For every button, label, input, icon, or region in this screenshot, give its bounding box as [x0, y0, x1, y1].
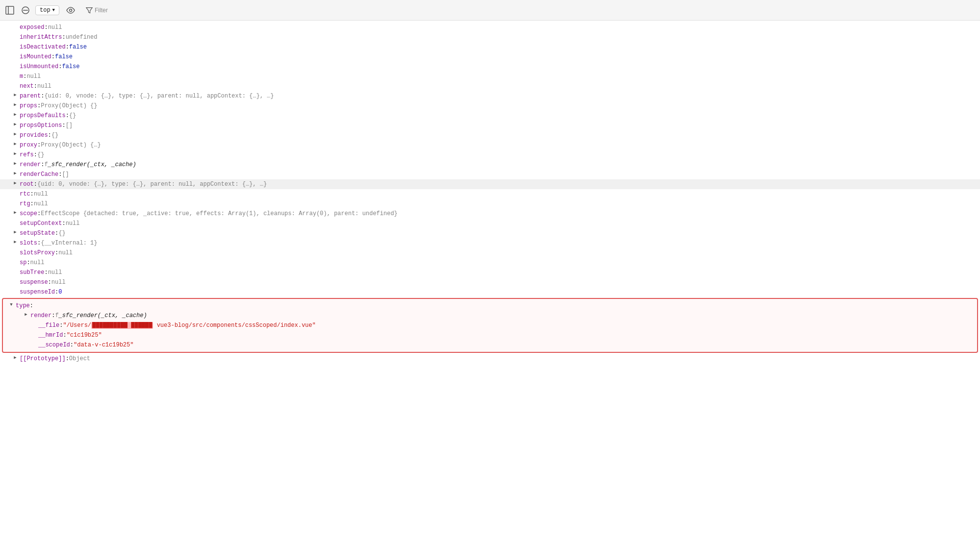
- expand-render[interactable]: [12, 160, 19, 167]
- val-scope: EffectScope {detached: true, _active: tr…: [41, 209, 397, 218]
- svg-point-4: [70, 9, 72, 11]
- line-slotsProxy: slotsProxy: null: [0, 248, 980, 258]
- expand-prototype[interactable]: [12, 354, 19, 361]
- expand-refs[interactable]: [12, 150, 19, 157]
- eye-button[interactable]: [63, 5, 78, 16]
- line-proxy[interactable]: proxy: Proxy(Object) {…}: [0, 140, 980, 150]
- key-type-hmrid: __hmrId: [38, 331, 63, 340]
- val-provides: {}: [52, 131, 58, 140]
- line-scope[interactable]: scope: EffectScope {detached: true, _act…: [0, 209, 980, 219]
- expand-slots[interactable]: [12, 239, 19, 246]
- key-render: render: [20, 160, 41, 169]
- line-rtg: rtg: null: [0, 199, 980, 209]
- key-type-render: render: [30, 311, 52, 320]
- line-rtc: rtc: null: [0, 189, 980, 199]
- line-sp: sp: null: [0, 258, 980, 268]
- key-propsOptions: propsOptions: [20, 121, 62, 130]
- line-render[interactable]: render: f _sfc_render(_ctx, _cache): [0, 160, 980, 170]
- key-rtc: rtc: [20, 190, 30, 198]
- svg-marker-5: [86, 7, 92, 13]
- line-isUnmounted: isUnmounted: false: [0, 62, 980, 72]
- expand-type-render[interactable]: [23, 311, 29, 318]
- val-type-render-f: f: [55, 311, 58, 320]
- line-propsDefaults[interactable]: propsDefaults: {}: [0, 111, 980, 121]
- val-render-f: f: [44, 160, 48, 169]
- key-slots: slots: [20, 239, 37, 247]
- val-refs: {}: [37, 150, 44, 159]
- key-slotsProxy: slotsProxy: [20, 248, 55, 257]
- val-type-hmrid: "c1c19b25": [67, 331, 102, 340]
- chevron-down-icon: ▼: [52, 8, 55, 13]
- val-type-file: "/Users/██████████ ██████ vue3-blog/src/…: [63, 321, 315, 330]
- line-isDeactivated: isDeactivated: false: [0, 42, 980, 52]
- val-exposed: null: [48, 23, 62, 32]
- key-type: type: [16, 301, 30, 310]
- line-exposed: exposed: null: [0, 23, 980, 32]
- line-props[interactable]: props: Proxy(Object) {}: [0, 101, 980, 111]
- line-provides[interactable]: provides: {}: [0, 130, 980, 140]
- key-refs: refs: [20, 150, 34, 159]
- svg-rect-0: [6, 6, 14, 14]
- line-isMounted: isMounted: false: [0, 52, 980, 62]
- val-isMounted: false: [55, 52, 73, 61]
- expand-scope[interactable]: [12, 209, 19, 216]
- key-proxy: proxy: [20, 141, 37, 149]
- val-setupState: {}: [58, 229, 65, 238]
- expand-props[interactable]: [12, 101, 19, 108]
- line-subTree: subTree: null: [0, 268, 980, 277]
- val-subTree: null: [48, 268, 62, 277]
- val-prototype: Object: [69, 354, 90, 363]
- val-propsOptions: []: [66, 121, 73, 130]
- key-suspenseId: suspenseId: [20, 288, 55, 296]
- toggle-panel-button[interactable]: [4, 4, 16, 16]
- cancel-icon[interactable]: [20, 4, 31, 16]
- context-label: top: [40, 7, 51, 14]
- val-type-scopeid: "data-v-c1c19b25": [74, 341, 133, 349]
- key-setupState: setupState: [20, 229, 55, 238]
- expand-proxy[interactable]: [12, 141, 19, 148]
- expand-setupState[interactable]: [12, 229, 19, 236]
- val-suspense: null: [52, 278, 66, 287]
- key-next: next: [20, 82, 34, 91]
- line-suspenseId: suspenseId: 0: [0, 287, 980, 297]
- filter-label: Filter: [95, 7, 108, 14]
- val-parent: {uid: 0, vnode: {…}, type: {…}, parent: …: [44, 92, 274, 100]
- line-propsOptions[interactable]: propsOptions: []: [0, 121, 980, 130]
- key-type-scopeid: __scopeId: [38, 341, 70, 349]
- line-type-render[interactable]: render: f _sfc_render(_ctx, _cache): [3, 311, 977, 321]
- val-propsDefaults: {}: [69, 111, 76, 120]
- line-setupState[interactable]: setupState: {}: [0, 228, 980, 238]
- key-subTree: subTree: [20, 268, 44, 277]
- line-m: m: null: [0, 72, 980, 81]
- val-sp: null: [30, 258, 45, 267]
- expand-propsOptions[interactable]: [12, 121, 19, 128]
- key-isDeactivated: isDeactivated: [20, 43, 66, 51]
- expand-type[interactable]: [8, 301, 15, 308]
- val-isUnmounted: false: [62, 62, 79, 71]
- line-root[interactable]: root: {uid: 0, vnode: {…}, type: {…}, pa…: [0, 179, 980, 189]
- val-suspenseId: 0: [58, 288, 62, 296]
- val-slots: {__vInternal: 1}: [41, 239, 97, 247]
- line-slots[interactable]: slots: {__vInternal: 1}: [0, 238, 980, 248]
- key-isUnmounted: isUnmounted: [20, 62, 58, 71]
- filter-area[interactable]: Filter: [82, 6, 112, 15]
- line-type-header[interactable]: type:: [3, 301, 977, 311]
- expand-provides[interactable]: [12, 131, 19, 138]
- expand-propsDefaults[interactable]: [12, 111, 19, 118]
- expand-renderCache[interactable]: [12, 170, 19, 177]
- expand-root[interactable]: [12, 180, 19, 187]
- console-output: exposed: null inheritAttrs: undefined is…: [0, 21, 980, 543]
- line-parent[interactable]: parent: {uid: 0, vnode: {…}, type: {…}, …: [0, 91, 980, 101]
- line-renderCache[interactable]: renderCache: []: [0, 170, 980, 179]
- type-section: type: render: f _sfc_render(_ctx, _cache…: [2, 298, 978, 353]
- key-m: m: [20, 72, 23, 81]
- val-render-name: _sfc_render(_ctx, _cache): [48, 160, 136, 169]
- key-suspense: suspense: [20, 278, 48, 287]
- val-slotsProxy: null: [58, 248, 73, 257]
- key-scope: scope: [20, 209, 37, 218]
- context-selector[interactable]: top ▼: [35, 5, 59, 15]
- key-rtg: rtg: [20, 199, 30, 208]
- line-prototype[interactable]: [[Prototype]]: Object: [0, 354, 980, 364]
- line-refs[interactable]: refs: {}: [0, 150, 980, 160]
- expand-parent[interactable]: [12, 92, 19, 99]
